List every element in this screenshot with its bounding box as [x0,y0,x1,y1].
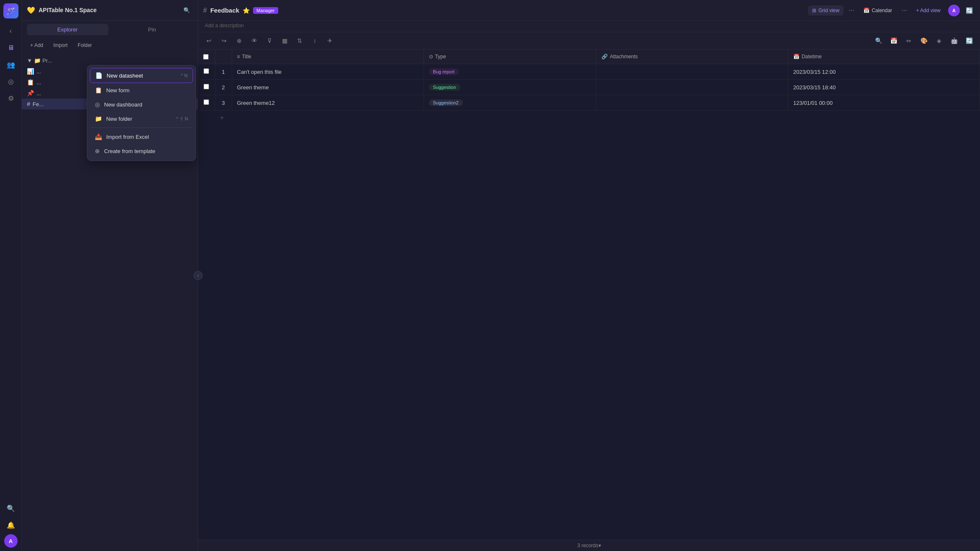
tab-explorer[interactable]: Explorer [27,24,108,35]
row-type: Suggestion [423,80,596,95]
description-bar: Add a description [198,21,980,32]
row-datetime: 2023/03/15 12:00 [788,64,980,80]
row-height-button[interactable]: ↕ [309,35,321,47]
table-row[interactable]: 1 Can't open this file Bug report 2023/0… [198,64,980,80]
type-badge[interactable]: Suggestion2 [429,99,463,106]
rail-icon-bell[interactable]: 🔔 [3,517,18,533]
new-dashboard-label: New dashboard [104,101,188,108]
records-count[interactable]: 3 records▾ [577,543,601,548]
main-content: # Feedback ⭐ Manager ⊞ Grid view ⋯ 📅 Cal… [198,0,980,551]
row-checkbox[interactable] [204,84,209,89]
breadcrumb-hash-icon: # [203,7,207,14]
sync-button[interactable]: 🔄 [963,5,975,16]
star-icon[interactable]: ⭐ [243,7,250,14]
select-all-checkbox[interactable] [203,54,209,60]
row-type: Suggestion2 [423,95,596,111]
add-view-button[interactable]: + Add view [912,5,945,16]
calendar-view-more-button[interactable]: ⋯ [900,5,909,15]
sidebar-collapse-toggle[interactable]: ‹ [193,271,203,280]
rail-icon-settings[interactable]: ⚙ [3,91,18,106]
paint-button[interactable]: 🎨 [918,35,930,47]
row-datetime: 2023/03/15 18:40 [788,80,980,95]
share-button[interactable]: ✈ [324,35,336,47]
app-logo[interactable]: 🪄 [3,3,18,18]
calendar-view-button[interactable]: 📅 Calendar [859,5,896,16]
toolbar: ↩ ↪ ⊕ 👁 ⊽ ▦ ⇅ ↕ ✈ 🔍 📅 ⇔ 🎨 ◈ 🤖 🔄 [198,32,980,49]
widget-button[interactable]: ◈ [933,35,945,47]
new-dashboard-icon: ◎ [95,101,100,108]
folder-button[interactable]: Folder [74,40,95,50]
rail-icon-search[interactable]: 🔍 [3,501,18,516]
grid-icon: ⊞ [812,8,816,13]
menu-item-create-template[interactable]: ⊕ Create from template [90,144,193,158]
col-header-attachments[interactable]: 🔗 Attachments [596,49,788,64]
add-row-button[interactable]: + [198,111,980,125]
logo-icon: 🪄 [7,7,15,15]
redo-button[interactable]: ↪ [218,35,230,47]
col-header-datetime[interactable]: 📅 Datetime [788,49,980,64]
row-checkbox[interactable] [204,99,209,105]
row-title[interactable]: Green theme [232,80,423,95]
add-record-button[interactable]: ⊕ [233,35,245,47]
new-form-label: New form [106,87,188,94]
menu-item-new-datasheet[interactable]: 📄 New datasheet ^ N [90,68,193,83]
tab-pin[interactable]: Pin [112,24,193,35]
new-datasheet-label: New datasheet [107,73,177,79]
row-title[interactable]: Can't open this file [232,64,423,80]
grid-view-button[interactable]: ⊞ Grid view [808,5,844,16]
filter-button[interactable]: ⊽ [264,35,275,47]
grid-view-more-button[interactable]: ⋯ [847,5,856,15]
rail-icon-users[interactable]: 👥 [3,57,18,72]
row-attachments [596,80,788,95]
menu-item-new-dashboard[interactable]: ◎ New dashboard [90,97,193,112]
refresh-button[interactable]: 🔄 [963,35,975,47]
col-width-button[interactable]: ⇔ [903,35,915,47]
import-button[interactable]: Import [50,40,71,50]
col-header-title[interactable]: ≡ Title [232,49,423,64]
calendar-toolbar-button[interactable]: 📅 [888,35,899,47]
menu-item-new-folder[interactable]: 📁 New folder ^ ⇧ N [90,112,193,126]
table-row[interactable]: 2 Green theme Suggestion 2023/03/15 18:4… [198,80,980,95]
row-checkbox-cell [198,95,215,111]
title-col-icon: ≡ [237,54,240,60]
row-title[interactable]: Green theme12 [232,95,423,111]
row-number: 3 [215,95,232,111]
description-text[interactable]: Add a description [205,23,244,29]
type-badge[interactable]: Suggestion [429,84,460,91]
status-bar: 3 records▾ [198,540,980,551]
row-datetime: 123/01/01 00:00 [788,95,980,111]
top-bar-avatar[interactable]: A [948,5,960,16]
tree-folder[interactable]: ▼ 📁 Pr... [22,55,198,66]
rail-icon-monitor[interactable]: 🖥 [3,40,18,55]
dropdown-menu: 📄 New datasheet ^ N 📋 New form ◎ New das… [87,65,196,161]
sidebar-search-button[interactable]: 🔍 [181,4,193,16]
row-number: 1 [215,64,232,80]
menu-item-new-form[interactable]: 📋 New form [90,83,193,97]
new-form-icon: 📋 [95,87,102,94]
row-checkbox[interactable] [204,68,209,74]
type-badge[interactable]: Bug report [429,68,459,75]
robot-button[interactable]: 🤖 [948,35,960,47]
group-button[interactable]: ▦ [279,35,290,47]
new-folder-shortcut: ^ ⇧ N [176,116,188,122]
col-header-type[interactable]: ⊙ Type [423,49,596,64]
calendar-icon: 📅 [863,8,870,13]
search-button[interactable]: 🔍 [873,35,884,47]
icon-rail: 🪄 ‹ 🖥 👥 ◎ ⚙ 🔍 🔔 A [0,0,22,551]
row-type: Bug report [423,64,596,80]
user-avatar-rail[interactable]: A [4,534,18,548]
row-number: 2 [215,80,232,95]
undo-button[interactable]: ↩ [203,35,215,47]
menu-item-import-excel[interactable]: 📥 Import from Excel [90,130,193,144]
row-checkbox-cell [198,80,215,95]
sheet-name: Feedback [210,7,239,14]
rail-icon-explore[interactable]: ◎ [3,74,18,89]
sort-button[interactable]: ⇅ [294,35,306,47]
sidebar-header: 💛 APITable No.1 Space 🔍 [22,0,198,21]
rail-icon-collapse[interactable]: ‹ [3,23,18,39]
new-datasheet-shortcut: ^ N [181,73,188,78]
table-row[interactable]: 3 Green theme12 Suggestion2 123/01/01 00… [198,95,980,111]
hide-fields-button[interactable]: 👁 [248,35,260,47]
create-template-label: Create from template [104,148,188,154]
add-button[interactable]: + Add [27,40,47,50]
